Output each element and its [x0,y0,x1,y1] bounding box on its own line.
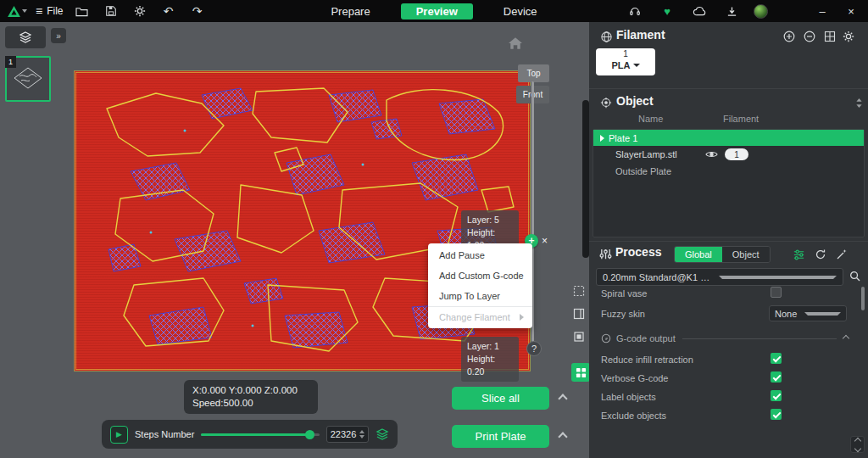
steps-slider-handle[interactable] [305,430,314,439]
undo-button[interactable]: ↶ [159,3,179,20]
bottom-layer-value: Layer: 1 [467,340,513,353]
open-file-button[interactable] [72,3,92,20]
panel-scrollbar[interactable] [582,100,589,258]
exclude-objects-checkbox[interactable] [771,409,782,420]
spiral-vase-checkbox[interactable] [771,287,782,298]
reduce-infill-retraction-checkbox[interactable] [771,353,782,364]
layer-value: Layer: 5 [467,214,513,226]
plate-list-button[interactable] [5,26,46,48]
verbose-gcode-checkbox[interactable] [771,371,782,383]
section-divider-line [682,338,837,339]
preferences-button[interactable] [130,3,150,20]
download-icon [726,6,737,17]
user-avatar[interactable] [754,4,768,19]
view-top-button[interactable]: Top [518,64,549,82]
remove-filament-icon[interactable] [804,31,815,42]
steps-slider-track[interactable] [201,433,320,436]
favorites-button[interactable]: ♥ [657,3,677,20]
process-section-title: Process [615,245,661,259]
tab-global[interactable]: Global [675,247,722,262]
add-filament-icon[interactable] [783,31,795,42]
multi-plate-view-button[interactable] [571,363,590,382]
slice-options-chevron-icon[interactable] [558,394,567,403]
minimize-button[interactable]: – [814,5,831,18]
support-button[interactable] [625,3,645,20]
tune-icon[interactable] [793,249,805,261]
search-icon[interactable] [849,271,860,282]
stack-icon [19,31,32,44]
chevron-up-icon [854,437,860,444]
menu-item-change-filament[interactable]: Change Filament [428,306,532,327]
expand-panel-button[interactable] [850,436,865,453]
collapse-chevron-icon[interactable] [843,335,849,342]
object-row-outside[interactable]: Outside Plate [593,163,864,180]
filament-chip[interactable]: 1 PLA [596,48,655,75]
column-filament: Filament [723,114,759,124]
chevron-down-icon [854,444,860,451]
right-panel: Filament 1 PLA Object Name Filament Plat… [589,22,868,458]
expand-sidebar-button[interactable]: » [51,28,66,43]
app-logo[interactable] [7,3,27,20]
redo-icon: ↷ [192,5,203,17]
flush-options-icon[interactable] [824,31,836,42]
layers-icon[interactable] [376,427,389,441]
steps-spinner[interactable] [359,430,364,438]
settings-scrollbar[interactable] [861,287,865,310]
tab-device[interactable]: Device [495,3,546,20]
filament-settings-gear-icon[interactable] [843,31,854,42]
save-button[interactable] [101,3,121,20]
plate-thumbnail[interactable]: 1 [5,56,51,102]
spin-down-icon [359,435,364,438]
home-view-icon[interactable] [509,37,522,49]
gear-icon [134,5,146,17]
object-row-plate[interactable]: Plate 1 [593,130,864,146]
tab-preview[interactable]: Preview [401,3,473,20]
section-view-button[interactable] [570,282,588,300]
column-name: Name [638,114,663,124]
reset-icon[interactable] [815,249,826,260]
slice-all-button[interactable]: Slice all [452,387,549,410]
object-row-model[interactable]: SlayerLamp.stl 1 [593,146,864,163]
sliders-icon [599,248,612,260]
process-scope-tabs: Global Object [674,246,771,263]
file-menu[interactable]: ≡ File [36,5,64,17]
filament-slot-number: 1 [596,48,655,59]
sort-icon[interactable] [855,98,863,108]
steps-toolbar: ▶ Steps Number 22326 [102,420,398,449]
speed-readout: Speed:500.00 [192,397,309,410]
close-button[interactable]: × [843,5,860,18]
label-objects-checkbox[interactable] [771,390,782,401]
object-section-title: Object [616,94,654,108]
filament-badge[interactable]: 1 [725,148,748,160]
gcode-icon [601,333,611,344]
top-bar: ≡ File ↶ ↷ Prepare Preview Device ♥ [0,0,868,22]
play-icon: ▶ [116,430,122,438]
headset-icon [629,5,641,17]
steps-label: Steps Number [135,429,194,439]
menu-item-jump-to-layer[interactable]: Jump To Layer [428,286,532,306]
filament-material: PLA [612,59,631,71]
help-button[interactable]: ? [526,341,542,356]
eye-icon[interactable] [705,150,718,159]
position-readout: X:0.000 Y:0.000 Z:0.000 [192,384,309,397]
print-plate-button[interactable]: Print Plate [452,425,549,448]
tab-prepare[interactable]: Prepare [322,3,378,20]
steps-value-input[interactable]: 22326 [326,426,369,443]
download-button[interactable] [721,3,742,20]
tab-object[interactable]: Object [722,247,770,262]
play-button[interactable]: ▶ [110,426,128,444]
inner-box-icon [573,331,585,343]
print-options-chevron-icon[interactable] [558,432,567,441]
slider-close-icon[interactable]: × [542,235,548,247]
preset-dropdown[interactable]: 0.20mm Standard@K1 Max-Zelf-test [596,268,843,286]
compare-view-button[interactable] [570,327,588,346]
fuzzy-skin-select[interactable]: None [769,305,847,321]
redo-button[interactable]: ↷ [187,3,208,20]
wizard-wand-icon[interactable] [836,249,848,260]
menu-item-add-custom-gcode[interactable]: Add Custom G-code [428,265,532,286]
panel-toggle-button[interactable] [570,304,588,323]
cloud-button[interactable] [689,3,709,20]
cloud-icon [693,6,707,17]
menu-item-add-pause[interactable]: Add Pause [428,245,532,265]
preset-value: 0.20mm Standard@K1 Max-Zelf-test [603,272,714,282]
